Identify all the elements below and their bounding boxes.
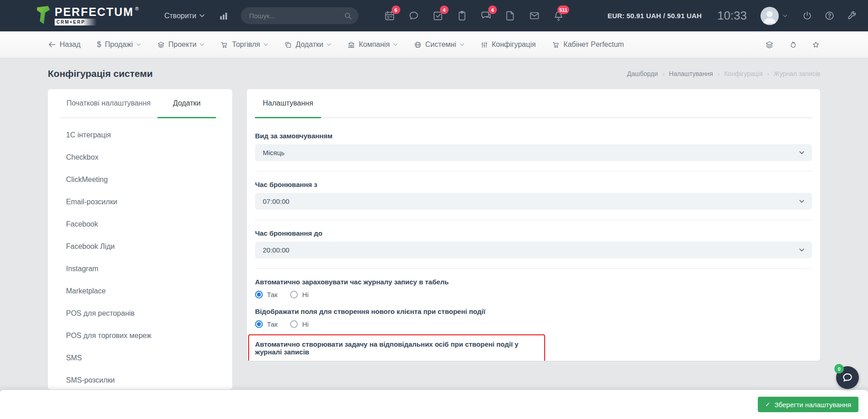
settings-panel: Налаштування Вид за замовчуванням Місяць…: [247, 89, 820, 361]
user-menu[interactable]: [761, 7, 787, 25]
clipboard-button[interactable]: [456, 10, 468, 21]
document-button[interactable]: [505, 10, 516, 21]
save-settings-button[interactable]: ✓ Зберегти налаштування: [758, 397, 858, 412]
booking-time-to-select[interactable]: 20:00:00: [255, 242, 812, 258]
nav-item-label: Проекти: [168, 40, 197, 49]
search-icon: [344, 12, 352, 20]
tools-button[interactable]: [847, 10, 857, 21]
chart-shortcut-button[interactable]: [218, 10, 229, 21]
breadcrumb-separator: ›: [663, 71, 664, 77]
logout-button[interactable]: [802, 10, 812, 21]
list-item[interactable]: ClickMeeting: [48, 168, 232, 191]
radio-no[interactable]: Ні: [290, 291, 308, 298]
chevron-down-icon: [783, 15, 787, 17]
nav-item-system[interactable]: Системні: [414, 40, 464, 49]
chevron-down-icon: [393, 43, 398, 46]
nav-item-company[interactable]: Компанія: [347, 40, 398, 49]
perfectum-logo-icon: [36, 6, 51, 24]
create-label: Створити: [164, 12, 196, 20]
nav-item-cabinet[interactable]: Кабінет Perfectum: [552, 40, 624, 49]
star-icon: [812, 40, 820, 49]
breadcrumb-item[interactable]: Налаштування: [669, 70, 713, 77]
messages-button[interactable]: 4: [480, 10, 492, 21]
radio-no[interactable]: Ні: [290, 320, 308, 328]
list-item[interactable]: SMS-розсилки: [48, 369, 232, 389]
radio-selected-icon: [255, 291, 263, 298]
globe-icon: [414, 41, 422, 49]
nav-item-addons[interactable]: Додатки: [284, 40, 331, 49]
power-icon: [802, 10, 812, 21]
layers-shortcut-button[interactable]: [765, 40, 774, 49]
radio-label: Так: [267, 291, 277, 298]
radio-yes[interactable]: Так: [255, 320, 277, 328]
settings-sidebar: Початкові налаштування Додатки 1С інтегр…: [48, 89, 232, 389]
nav-item-label: Додатки: [296, 40, 323, 49]
field-label: Час бронювання з: [255, 181, 812, 188]
chat-button[interactable]: [408, 10, 419, 21]
top-header: PERFECTUM ® CRM+ERP Створити 6 4: [0, 0, 868, 31]
list-item[interactable]: POS для торгових мереж: [48, 324, 232, 347]
calendar-button[interactable]: 6: [384, 10, 395, 21]
tab-addons[interactable]: Додатки: [158, 89, 216, 118]
tab-settings[interactable]: Налаштування: [255, 89, 321, 118]
layers-icon: [157, 41, 165, 49]
breadcrumb-separator: ›: [718, 71, 720, 77]
nav-item-projects[interactable]: Проекти: [157, 40, 204, 49]
list-item[interactable]: Checkbox: [48, 146, 232, 168]
brand-reg-mark: ®: [135, 6, 139, 11]
radio-group-timesheet: Автоматично зараховувати час журналу зап…: [255, 278, 812, 298]
global-search[interactable]: [241, 7, 358, 24]
hot-actions-button[interactable]: [788, 40, 797, 49]
support-chat-button[interactable]: 0: [836, 366, 859, 389]
clock: 10:33: [717, 9, 747, 23]
breadcrumb-item[interactable]: Конфігурація: [724, 70, 763, 77]
radio-group-auto-task: Автоматично створювати задачу на відпові…: [255, 340, 537, 361]
calendar-badge: 6: [392, 5, 400, 14]
list-item[interactable]: SMS: [48, 347, 232, 369]
list-item[interactable]: Facebook Ліди: [48, 235, 232, 257]
list-item[interactable]: Instagram: [48, 257, 232, 280]
create-button[interactable]: Створити: [164, 12, 204, 20]
notifications-badge: 511: [557, 5, 569, 14]
radio-unselected-icon: [290, 320, 298, 328]
list-item[interactable]: Facebook: [48, 213, 232, 235]
select-value: Місяць: [263, 149, 285, 156]
list-item[interactable]: Marketplace: [48, 280, 232, 302]
list-item[interactable]: Email-розсилки: [48, 191, 232, 213]
chevron-down-icon: [799, 200, 804, 203]
nav-back[interactable]: Назад: [48, 40, 81, 49]
nav-item-label: Системні: [425, 40, 456, 49]
nav-item-sales[interactable]: $ Продажі: [97, 40, 141, 49]
nav-back-label: Назад: [60, 40, 81, 49]
chevron-down-icon: [137, 43, 141, 46]
nav-item-configuration[interactable]: Конфігурація: [480, 40, 536, 49]
chat-bubble-icon: [842, 372, 853, 384]
nav-item-label: Компанія: [359, 40, 390, 49]
favorites-button[interactable]: [812, 40, 820, 49]
breadcrumb-item[interactable]: Дашборди: [627, 70, 658, 77]
list-item[interactable]: 1С інтеграція: [48, 124, 232, 146]
radio-selected-icon: [255, 320, 263, 328]
default-view-select[interactable]: Місяць: [255, 144, 812, 161]
list-item[interactable]: POS для ресторанів: [48, 302, 232, 324]
chevron-down-icon: [199, 14, 204, 17]
help-button[interactable]: [824, 10, 835, 21]
mail-button[interactable]: [529, 10, 540, 21]
brand-tagline: CRM+ERP: [55, 19, 97, 25]
avatar: [761, 7, 779, 25]
tab-label: Налаштування: [263, 99, 313, 107]
highlighted-setting-box: Автоматично створювати задачу на відпові…: [248, 334, 545, 361]
radio-yes[interactable]: Так: [255, 291, 277, 298]
brand-logo[interactable]: PERFECTUM ® CRM+ERP: [36, 6, 139, 25]
mail-icon: [529, 10, 540, 21]
tasks-button[interactable]: 4: [432, 10, 444, 21]
nav-item-trade[interactable]: Торгівля: [220, 40, 268, 49]
nav-item-label: Продажі: [105, 40, 133, 49]
field-label: Автоматично створювати задачу на відпові…: [255, 340, 537, 356]
search-input[interactable]: [249, 12, 336, 20]
chevron-down-icon: [264, 43, 268, 46]
tab-initial-settings[interactable]: Початкові налаштування: [60, 89, 158, 118]
booking-time-from-select[interactable]: 07:00:00: [255, 193, 812, 210]
notifications-button[interactable]: 511: [553, 10, 564, 21]
dollar-icon: $: [97, 40, 101, 49]
